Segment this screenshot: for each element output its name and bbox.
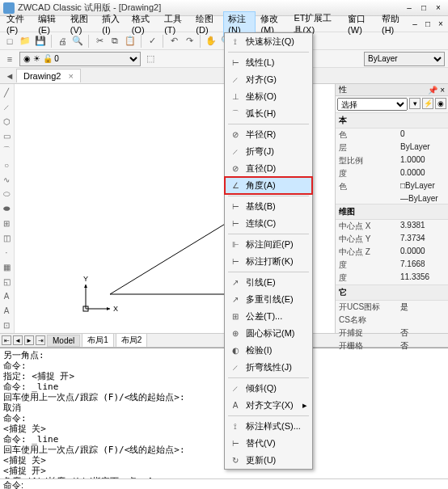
- prop-row[interactable]: 型比例1.0000: [336, 154, 448, 167]
- menu-item[interactable]: ⟋倾斜(Q): [225, 380, 312, 397]
- mi-format[interactable]: 格式(O): [127, 11, 160, 36]
- line-icon[interactable]: ╱: [0, 86, 13, 99]
- child-maximize-button[interactable]: □: [422, 19, 433, 30]
- spline-icon[interactable]: ∿: [0, 173, 13, 186]
- cut-icon[interactable]: ✂: [93, 35, 106, 48]
- prop-row[interactable]: 层ByLayer: [336, 141, 448, 154]
- maximize-button[interactable]: □: [417, 2, 430, 14]
- tab-prev-icon[interactable]: ◄: [3, 70, 16, 82]
- redo-icon[interactable]: ↷: [183, 35, 196, 48]
- menu-item[interactable]: ◐检验(I): [225, 342, 312, 359]
- sb-grid[interactable]: 栅格: [130, 487, 151, 490]
- menu-item[interactable]: ⟋折弯线性(J): [225, 359, 312, 376]
- mi-file[interactable]: 文件(F): [2, 11, 33, 36]
- menu-item[interactable]: ⟟标注样式(S)...: [225, 418, 312, 435]
- mb-next-icon[interactable]: ►: [24, 335, 34, 345]
- mtext-icon[interactable]: A: [0, 304, 13, 317]
- rect-icon[interactable]: ▭: [0, 129, 13, 142]
- sb-dyn[interactable]: 动态输入: [365, 487, 399, 490]
- save-icon[interactable]: 💾: [34, 35, 47, 48]
- insert-icon[interactable]: ⊞: [0, 217, 13, 230]
- sb-tablet[interactable]: 数字化仪: [326, 487, 361, 490]
- sb-lw[interactable]: 线型: [278, 487, 299, 490]
- tab-layout1[interactable]: 布局1: [82, 333, 114, 348]
- menu-item[interactable]: ↗引线(E): [225, 274, 312, 291]
- menu-item[interactable]: ∠角度(A): [225, 177, 312, 194]
- prop-row[interactable]: —ByLayer: [336, 193, 448, 204]
- match-icon[interactable]: ✓: [146, 35, 158, 48]
- copy-icon[interactable]: ⧉: [108, 35, 121, 48]
- menu-item[interactable]: ⊢标注打断(K): [225, 253, 312, 270]
- mi-window[interactable]: 窗口(W): [343, 11, 377, 36]
- prop-quick-icon[interactable]: ⚡: [422, 98, 433, 109]
- open-icon[interactable]: 📁: [19, 35, 32, 48]
- sb-dimang[interactable]: 创建角度标: [403, 487, 445, 490]
- mi-help[interactable]: 帮助(H): [377, 11, 409, 36]
- prop-row[interactable]: CS名称: [336, 314, 448, 327]
- prop-row[interactable]: 度11.3356: [336, 272, 448, 285]
- tab-model[interactable]: Model: [47, 335, 80, 347]
- menu-item[interactable]: ⊕圆心标记(M): [225, 325, 312, 342]
- menu-item[interactable]: ⊘直径(D): [225, 160, 312, 177]
- ellipse-icon[interactable]: ⬭: [0, 188, 13, 200]
- prop-row[interactable]: 开UCS图标是: [336, 301, 448, 314]
- mi-insert[interactable]: 插入(I): [97, 11, 126, 36]
- menu-item[interactable]: ⟟快速标注(Q): [225, 33, 312, 50]
- mb-last-icon[interactable]: ⇥: [36, 335, 45, 345]
- child-minimize-button[interactable]: –: [409, 19, 421, 30]
- tool-icon[interactable]: ⊡: [0, 318, 13, 331]
- layer-tool-icon[interactable]: ⬚: [144, 53, 157, 65]
- menu-item[interactable]: ↻更新(U): [225, 452, 312, 469]
- doctab-close-icon[interactable]: ×: [69, 71, 74, 81]
- menu-item[interactable]: ⊞公差(T)...: [225, 308, 312, 325]
- mi-tools[interactable]: 工具(T): [159, 11, 191, 36]
- doctab[interactable]: Drawing2 ×: [16, 69, 81, 82]
- menu-item[interactable]: ↗多重引线(E): [225, 291, 312, 308]
- menu-item[interactable]: ⌒弧长(H): [225, 105, 312, 122]
- layer-select[interactable]: ◉ ☀ 🔓 0: [19, 52, 141, 66]
- menu-item[interactable]: ⊢替代(V): [225, 435, 312, 452]
- prop-row[interactable]: 中心点 Z0.0000: [336, 246, 448, 259]
- menu-item[interactable]: ⊥坐标(O): [225, 88, 312, 105]
- prop-row[interactable]: 度7.1668: [336, 259, 448, 272]
- menu-item[interactable]: ⊩标注间距(P): [225, 236, 312, 253]
- region-icon[interactable]: ◱: [0, 275, 13, 288]
- sb-model[interactable]: 模型: [302, 487, 323, 490]
- block-icon[interactable]: ◫: [0, 231, 13, 244]
- prop-row[interactable]: 色0: [336, 129, 448, 141]
- mb-first-icon[interactable]: ⇤: [2, 335, 11, 345]
- hatch-icon[interactable]: ▦: [0, 260, 13, 273]
- menu-item[interactable]: ⊘半径(R): [225, 126, 312, 143]
- linetype-select[interactable]: ByLayer: [364, 52, 445, 66]
- prop-pick-icon[interactable]: ◉: [435, 98, 446, 109]
- sb-osnap[interactable]: 对象捕捉: [202, 487, 237, 490]
- prop-row[interactable]: 开捕捉否: [336, 327, 448, 339]
- polyline-icon[interactable]: ⟋: [0, 100, 13, 113]
- circle-icon[interactable]: ○: [0, 158, 13, 171]
- prop-row[interactable]: 中心点 Y7.3734: [336, 233, 448, 246]
- mi-edit[interactable]: 编辑(E): [33, 11, 66, 36]
- preview-icon[interactable]: 🔍: [71, 35, 84, 48]
- prop-pin-icon[interactable]: 📌 ×: [428, 86, 445, 95]
- arc-icon[interactable]: ⌒: [0, 144, 13, 157]
- text-icon[interactable]: A: [0, 289, 13, 302]
- prop-row[interactable]: 中心点 X3.9381: [336, 220, 448, 233]
- tab-layout2[interactable]: 布局2: [116, 333, 148, 348]
- pan-icon[interactable]: ✋: [205, 35, 218, 48]
- prop-row[interactable]: 开栅格否: [336, 339, 448, 352]
- undo-icon[interactable]: ↶: [167, 35, 180, 48]
- print-icon[interactable]: 🖨: [56, 35, 69, 48]
- ellipsearc-icon[interactable]: ⬬: [0, 202, 13, 215]
- close-button[interactable]: ×: [432, 2, 445, 14]
- menu-item[interactable]: ⟋折弯(J): [225, 143, 312, 160]
- prop-filter-icon[interactable]: ▾: [409, 98, 421, 109]
- point-icon[interactable]: ·: [0, 246, 13, 259]
- sb-ortho[interactable]: 正交: [154, 487, 175, 490]
- polygon-icon[interactable]: ⬡: [0, 115, 13, 128]
- sb-otrack[interactable]: 对象追踪: [240, 487, 275, 490]
- prop-row[interactable]: 度0.0000: [336, 167, 448, 180]
- child-close-button[interactable]: ×: [435, 19, 446, 30]
- mi-draw[interactable]: 绘图(D): [191, 11, 223, 36]
- sb-polar[interactable]: 极轴: [178, 487, 199, 490]
- menu-item[interactable]: ⊢线性(L): [225, 54, 312, 71]
